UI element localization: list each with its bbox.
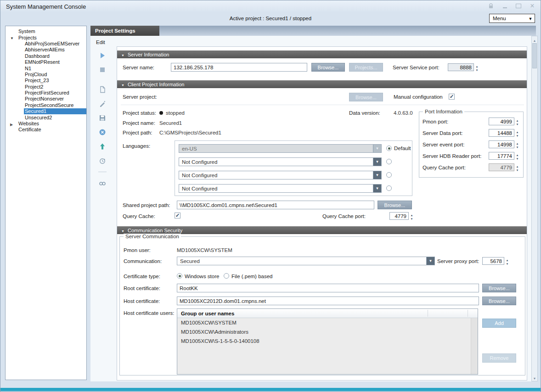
language-dropdown-2[interactable]: Not Configured bbox=[179, 157, 382, 166]
column-divider[interactable] bbox=[428, 310, 428, 317]
host-certificate-input[interactable]: MD1005XC2012D.dom01.cmpns.net bbox=[177, 297, 479, 305]
language-radio-2[interactable] bbox=[386, 159, 392, 164]
root-certificate-input[interactable]: RootKK bbox=[177, 284, 479, 292]
maximize-button[interactable] bbox=[515, 2, 522, 10]
projects-button[interactable]: Projects... bbox=[349, 63, 383, 72]
spin-down-icon[interactable] bbox=[515, 168, 520, 171]
server-proxy-port-input[interactable]: 5678 bbox=[482, 257, 504, 265]
spin-up-icon[interactable] bbox=[409, 213, 414, 216]
vertical-scrollbar[interactable] bbox=[531, 36, 538, 381]
service-port-input[interactable]: 8888 bbox=[448, 63, 474, 71]
tree-item-certificate[interactable]: Certificate bbox=[6, 127, 86, 133]
list-column-header[interactable]: Group or user names bbox=[177, 309, 478, 318]
query-cache-port-input[interactable]: 4779 bbox=[389, 212, 409, 220]
language-dropdown-3[interactable]: Not Configured bbox=[179, 171, 382, 179]
new-document-icon[interactable] bbox=[98, 85, 107, 94]
menu-dropdown[interactable]: Menu bbox=[489, 14, 535, 23]
tree-item[interactable]: Unsecured2 bbox=[6, 114, 86, 120]
server-event-port-input[interactable]: 14998 bbox=[489, 140, 514, 148]
stop-icon[interactable] bbox=[98, 66, 107, 74]
dropdown-arrow-icon[interactable] bbox=[426, 257, 434, 265]
shared-path-browse-button[interactable]: Browse... bbox=[378, 201, 412, 209]
query-cache-port-input[interactable]: 4779 bbox=[489, 163, 514, 171]
server-name-input[interactable]: 132.186.255.178 bbox=[171, 63, 307, 72]
scroll-down-icon[interactable] bbox=[532, 375, 537, 381]
windows-store-radio[interactable] bbox=[177, 273, 182, 279]
spin-down-icon[interactable] bbox=[515, 156, 520, 160]
pem-file-radio[interactable] bbox=[224, 273, 229, 279]
tab-project-settings[interactable]: Project Settings bbox=[90, 26, 159, 36]
host-certificate-browse-button[interactable]: Browse... bbox=[482, 297, 516, 305]
remove-user-button[interactable]: Remove bbox=[482, 353, 516, 363]
server-browse-button[interactable]: Browse... bbox=[311, 63, 345, 72]
tree-item[interactable]: ProjectSecondSecure bbox=[6, 102, 86, 108]
server-project-browse-button[interactable]: Browse... bbox=[349, 93, 383, 101]
spin-down-icon[interactable] bbox=[515, 122, 520, 125]
spin-down-icon[interactable] bbox=[515, 145, 520, 148]
start-icon[interactable] bbox=[98, 51, 107, 60]
dropdown-arrow-icon[interactable] bbox=[373, 145, 381, 152]
tree-item-projects[interactable]: Projects bbox=[6, 34, 86, 40]
server-hdb-reader-port-input[interactable]: 17774 bbox=[489, 152, 514, 160]
tree-item[interactable]: ProjCloud bbox=[6, 72, 86, 78]
tree-item[interactable]: AbhiserverAllEms bbox=[6, 47, 86, 53]
spin-down-icon[interactable] bbox=[409, 216, 414, 220]
tree-item-secured1-selected[interactable]: Secured1 bbox=[6, 108, 86, 114]
spin-up-icon[interactable] bbox=[515, 118, 520, 122]
language-dropdown-1[interactable]: en-US bbox=[179, 144, 382, 153]
list-scrollbar[interactable] bbox=[471, 318, 478, 374]
column-divider[interactable] bbox=[468, 310, 468, 317]
tree-item[interactable]: Dashboard bbox=[6, 53, 86, 59]
edit-pen-icon[interactable] bbox=[98, 100, 107, 108]
language-default-radio[interactable] bbox=[386, 146, 392, 151]
spin-down-icon[interactable] bbox=[505, 261, 510, 265]
tree-item-websites[interactable]: Websites bbox=[6, 121, 86, 127]
tree-item[interactable]: ProjectNonserver bbox=[6, 96, 86, 102]
search-icon[interactable] bbox=[98, 179, 107, 187]
upload-icon[interactable] bbox=[98, 142, 107, 151]
shared-project-path-input[interactable]: \\MD1005XC.dom01.cmpns.net\Secured1 bbox=[177, 201, 374, 209]
tree-item[interactable]: Project2 bbox=[6, 84, 86, 90]
language-radio-4[interactable] bbox=[386, 185, 392, 191]
manual-configuration-checkbox[interactable] bbox=[449, 94, 455, 100]
history-icon[interactable] bbox=[98, 157, 107, 165]
spin-up-icon[interactable] bbox=[505, 258, 510, 261]
dropdown-arrow-icon[interactable] bbox=[373, 171, 381, 179]
spin-up-icon[interactable] bbox=[515, 129, 520, 133]
server-data-port-input[interactable]: 14488 bbox=[489, 129, 514, 137]
tree-item[interactable]: ProjectFirstSecured bbox=[6, 90, 86, 96]
spin-down-icon[interactable] bbox=[474, 67, 479, 71]
scrollbar-thumb[interactable] bbox=[532, 43, 537, 68]
spin-down-icon[interactable] bbox=[515, 133, 520, 137]
cancel-icon[interactable] bbox=[98, 128, 107, 136]
dropdown-arrow-icon[interactable] bbox=[373, 185, 381, 192]
tree-item[interactable]: Project_23 bbox=[6, 78, 86, 84]
spin-up-icon[interactable] bbox=[515, 141, 520, 145]
list-item[interactable]: MD1005XCW\S-1-5-5-0-1400108 bbox=[177, 336, 478, 346]
dropdown-arrow-icon[interactable] bbox=[373, 158, 381, 166]
expander-open-icon[interactable] bbox=[10, 35, 17, 40]
save-icon[interactable] bbox=[98, 114, 107, 122]
pmon-port-input[interactable]: 4999 bbox=[489, 118, 514, 125]
language-dropdown-4[interactable]: Not Configured bbox=[179, 184, 382, 193]
minimize-button[interactable] bbox=[501, 2, 508, 10]
expander-closed-icon[interactable] bbox=[10, 121, 17, 127]
scroll-up-icon[interactable] bbox=[532, 37, 537, 43]
tree-item[interactable]: N1 bbox=[6, 65, 86, 71]
tree-item[interactable]: EMNotPResent bbox=[6, 59, 86, 65]
section-header-communication-security[interactable]: Communication Security bbox=[117, 226, 527, 234]
list-item[interactable]: MD1005XCW\SYSTEM bbox=[177, 318, 478, 327]
tree-item[interactable]: AbhiProjSomeEMServer bbox=[6, 41, 86, 47]
spin-up-icon[interactable] bbox=[474, 64, 479, 67]
root-certificate-browse-button[interactable]: Browse... bbox=[482, 284, 516, 292]
spin-up-icon[interactable] bbox=[515, 164, 520, 168]
close-button[interactable] bbox=[529, 2, 536, 10]
query-cache-checkbox[interactable] bbox=[175, 213, 180, 218]
spin-up-icon[interactable] bbox=[515, 152, 520, 156]
list-item[interactable]: MD1005XCW\Administrators bbox=[177, 327, 478, 336]
language-radio-3[interactable] bbox=[386, 172, 392, 178]
communication-dropdown[interactable]: Secured bbox=[177, 257, 435, 265]
section-header-server-information[interactable]: Server Information bbox=[117, 50, 527, 58]
edit-menu[interactable]: Edit bbox=[94, 39, 107, 46]
tree-item-system[interactable]: System bbox=[6, 28, 86, 34]
